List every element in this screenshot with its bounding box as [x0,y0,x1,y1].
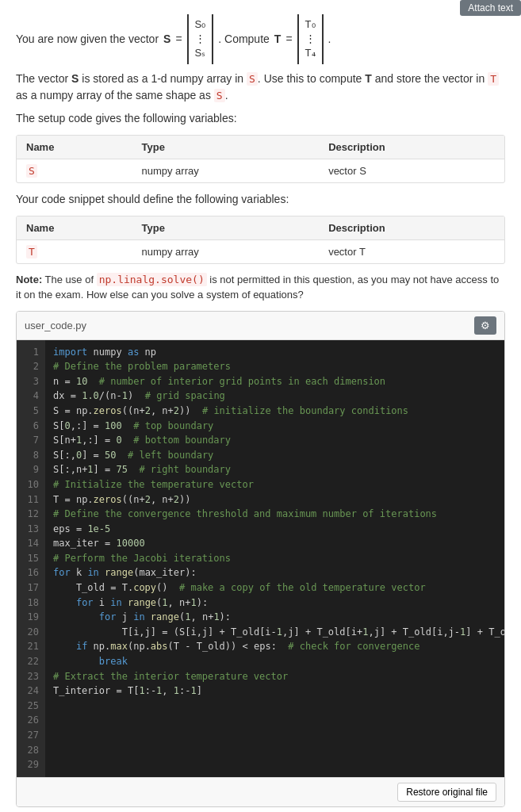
intro-text: You are now given the vector [16,33,159,45]
define-desc-t: vector T [319,239,504,263]
note-label: Note: [16,274,42,285]
line-numbers: 1 2 3 4 5 6 7 8 9 10 11 12 13 14 15 16 1 [17,340,45,777]
given-desc-s: vector S [319,159,504,182]
given-col-type: Type [132,136,319,159]
period: . [328,33,331,45]
given-col-desc: Description [319,136,504,159]
note-box: Note: The use of np.linalg.solve() is no… [16,272,505,303]
table-row: S numpy array vector S [17,159,504,182]
define-type-t: numpy array [132,239,319,263]
note-text: The use of [45,274,97,285]
given-name-s: S [17,159,132,182]
matrix-s-row-1: ⋮ [195,32,205,46]
s-matrix: S₀ ⋮ Sₛ [187,14,214,64]
restore-row: Restore original file [17,777,504,806]
gear-button[interactable]: ⚙ [474,316,496,335]
attach-text-button[interactable]: Attach text [460,0,521,16]
matrix-t-row-0: T₀ [305,17,316,32]
matrix-t-row-1: ⋮ [305,32,316,46]
matrix-s-row-0: S₀ [195,17,206,32]
given-col-name: Name [17,136,132,159]
equals-sign: = [175,33,182,45]
code-content[interactable]: import numpy as np # Define the problem … [45,340,504,777]
code-editor-header: user_code.py ⚙ [17,312,504,340]
t-vector-label: T [274,33,282,45]
matrix-s-row-2: Sₛ [195,46,206,60]
given-type-s: numpy array [132,159,319,182]
define-name-t: T [17,239,132,263]
equals-sign2: = [285,33,292,45]
define-col-desc: Description [319,216,504,240]
code-filename: user_code.py [25,320,86,331]
define-variables-table: Name Type Description T numpy array vect… [16,216,505,264]
given-variables-table: Name Type Description S numpy array vect… [16,135,505,183]
t-matrix: T₀ ⋮ T₄ [297,14,324,64]
define-col-name: Name [17,216,132,240]
code-editor: user_code.py ⚙ 1 2 3 4 5 6 7 8 9 10 11 1… [16,311,505,807]
table-row: T numpy array vector T [17,239,504,263]
define-col-type: Type [132,216,319,240]
note-code: np.linalg.solve() [97,273,207,286]
intro-math: You are now given the vector S = S₀ ⋮ Sₛ… [16,14,505,64]
paragraph-2: The setup code gives the following varia… [16,110,505,127]
matrix-t-row-2: T₄ [305,46,316,60]
s-vector-label: S [163,33,170,45]
code-body[interactable]: 1 2 3 4 5 6 7 8 9 10 11 12 13 14 15 16 1 [17,340,504,777]
restore-original-button[interactable]: Restore original file [397,783,496,802]
define-text: Your code snippet should define the foll… [16,191,505,208]
compute-text: . Compute [218,33,270,45]
paragraph-1: The vector S is stored as a 1-d numpy ar… [16,71,505,104]
